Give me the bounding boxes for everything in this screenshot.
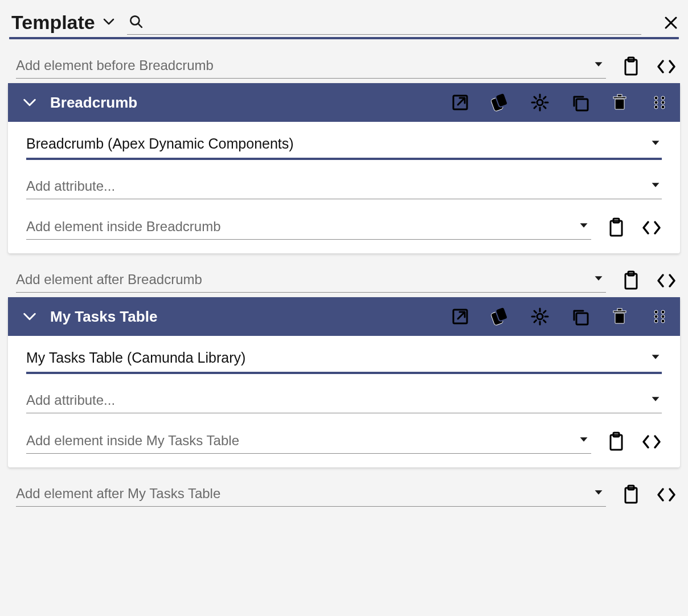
code-icon	[641, 432, 662, 452]
gear-icon	[531, 93, 549, 112]
placeholder-text: Add attribute...	[26, 392, 115, 408]
copy-button[interactable]	[571, 93, 589, 112]
caret-down-icon	[593, 487, 604, 500]
chevron-down-icon	[22, 309, 38, 325]
component-name: Breadcrumb	[50, 94, 439, 112]
clipboard-icon	[607, 217, 625, 238]
row-actions	[607, 217, 662, 238]
add-element-inside-my-tasks-row: Add element inside My Tasks Table	[26, 429, 662, 454]
caret-down-icon	[650, 138, 661, 150]
clipboard-icon	[622, 270, 640, 291]
drag-handle[interactable]	[650, 93, 669, 112]
style-button[interactable]	[491, 307, 509, 326]
chevron-down-icon	[22, 95, 38, 110]
component-actions	[451, 307, 669, 326]
delete-button[interactable]	[611, 307, 629, 326]
panel-header: Template	[8, 7, 680, 35]
component-type-label: My Tasks Table (Camunda Library)	[26, 350, 245, 366]
row-actions	[622, 56, 677, 77]
placeholder-text: Add element inside My Tasks Table	[26, 433, 239, 449]
component-name: My Tasks Table	[50, 308, 439, 326]
panel-title: Template	[11, 11, 95, 34]
code-icon	[641, 217, 662, 238]
placeholder-text: Add element before Breadcrumb	[16, 58, 214, 73]
collapse-button[interactable]	[22, 309, 38, 325]
component-type-select[interactable]: Breadcrumb (Apex Dynamic Components)	[26, 133, 662, 160]
add-element-after-breadcrumb-row: Add element after Breadcrumb	[8, 264, 680, 297]
component-body: Breadcrumb (Apex Dynamic Components) Add…	[8, 122, 680, 253]
component-type-label: Breadcrumb (Apex Dynamic Components)	[26, 135, 294, 152]
open-in-new-icon	[451, 93, 469, 112]
settings-button[interactable]	[531, 307, 549, 326]
trash-icon	[611, 307, 629, 326]
add-element-before-breadcrumb-row: Add element before Breadcrumb	[8, 50, 680, 83]
paste-button[interactable]	[622, 56, 640, 77]
code-button[interactable]	[656, 270, 677, 291]
code-button[interactable]	[641, 432, 662, 452]
paste-button[interactable]	[622, 484, 640, 505]
component-header: My Tasks Table	[8, 297, 680, 336]
open-button[interactable]	[451, 93, 469, 112]
add-element-after-my-tasks-input[interactable]: Add element after My Tasks Table	[16, 482, 606, 507]
caret-down-icon	[579, 220, 589, 233]
component-body: My Tasks Table (Camunda Library) Add att…	[8, 336, 680, 467]
chevron-down-icon	[102, 15, 116, 31]
add-element-inside-breadcrumb-input[interactable]: Add element inside Breadcrumb	[26, 215, 591, 240]
code-button[interactable]	[641, 217, 662, 238]
add-attribute-input[interactable]: Add attribute...	[26, 390, 662, 413]
caret-down-icon	[650, 180, 661, 192]
component-card-my-tasks-table: My Tasks Table My Tasks Table (Camunda L…	[8, 297, 680, 467]
open-button[interactable]	[451, 307, 469, 326]
add-element-after-my-tasks-row: Add element after My Tasks Table	[8, 478, 680, 511]
caret-down-icon	[593, 59, 604, 72]
settings-button[interactable]	[531, 93, 549, 112]
clipboard-icon	[622, 56, 640, 77]
placeholder-text: Add element after Breadcrumb	[16, 272, 202, 288]
paste-button[interactable]	[607, 432, 625, 452]
row-actions	[622, 484, 677, 505]
row-actions	[622, 270, 677, 291]
component-card-breadcrumb: Breadcrumb Breadcrumb (Apex Dynamic Comp…	[8, 83, 680, 253]
caret-down-icon	[650, 352, 661, 364]
placeholder-text: Add attribute...	[26, 178, 115, 194]
add-element-inside-breadcrumb-row: Add element inside Breadcrumb	[26, 215, 662, 240]
search-input[interactable]	[127, 10, 641, 35]
code-icon	[656, 270, 677, 291]
code-button[interactable]	[656, 484, 677, 505]
placeholder-text: Add element after My Tasks Table	[16, 486, 220, 502]
paste-button[interactable]	[622, 270, 640, 291]
component-type-select[interactable]: My Tasks Table (Camunda Library)	[26, 347, 662, 374]
style-button[interactable]	[491, 93, 509, 112]
drag-handle[interactable]	[650, 307, 669, 326]
row-actions	[607, 432, 662, 452]
add-attribute-input[interactable]: Add attribute...	[26, 176, 662, 199]
gear-icon	[531, 307, 549, 326]
open-in-new-icon	[451, 307, 469, 326]
delete-button[interactable]	[611, 93, 629, 112]
search-icon	[128, 14, 143, 31]
clipboard-icon	[607, 432, 625, 452]
clipboard-icon	[622, 484, 640, 505]
code-button[interactable]	[656, 56, 677, 77]
style-icon	[488, 305, 511, 328]
template-editor-panel: Template Add element before Breadcrumb	[0, 0, 688, 540]
add-element-inside-my-tasks-input[interactable]: Add element inside My Tasks Table	[26, 429, 591, 454]
collapse-button[interactable]	[22, 95, 38, 110]
copy-icon	[571, 93, 589, 112]
caret-down-icon	[579, 434, 589, 447]
style-icon	[488, 91, 511, 114]
close-icon	[663, 15, 679, 31]
caret-down-icon	[593, 273, 604, 286]
paste-button[interactable]	[607, 217, 625, 238]
component-actions	[451, 93, 669, 112]
component-header: Breadcrumb	[8, 83, 680, 122]
code-icon	[656, 56, 677, 77]
copy-button[interactable]	[571, 307, 589, 326]
panel-title-dropdown[interactable]: Template	[11, 11, 116, 34]
add-element-after-breadcrumb-input[interactable]: Add element after Breadcrumb	[16, 268, 606, 293]
add-element-before-breadcrumb-input[interactable]: Add element before Breadcrumb	[16, 54, 606, 79]
caret-down-icon	[650, 394, 661, 406]
close-button[interactable]	[663, 15, 679, 31]
trash-icon	[611, 93, 629, 112]
drag-icon	[650, 93, 669, 112]
